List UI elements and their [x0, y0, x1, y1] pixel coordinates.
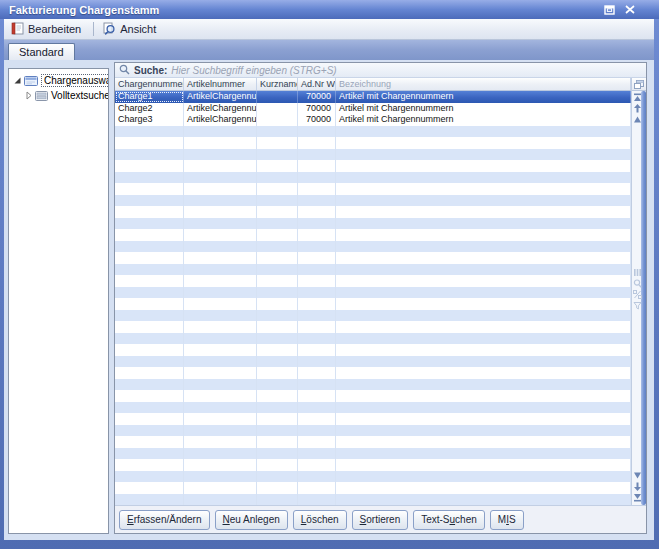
scroll-page-down-icon[interactable] [633, 482, 642, 491]
table-row-empty[interactable] [115, 494, 631, 506]
tree-item-chargenauswahl[interactable]: Chargenauswahl [9, 73, 108, 88]
button-neu-anlegen[interactable]: Neu Anlegen [215, 510, 288, 530]
grid-filter-icon[interactable] [633, 301, 642, 310]
column-header-artikelnummer[interactable]: Artikelnummer [184, 78, 257, 90]
scroll-last-icon[interactable] [633, 493, 642, 502]
grid-zoom-icon[interactable] [633, 279, 642, 288]
toolbar-ansicht[interactable]: Ansicht [98, 20, 164, 39]
table-row-empty[interactable] [115, 413, 631, 425]
table-row-empty[interactable] [115, 264, 631, 276]
table-row-empty[interactable] [115, 126, 631, 138]
cell-artikelnummer [184, 241, 257, 253]
batch-selection-icon [24, 76, 38, 86]
search-icon [119, 64, 130, 77]
table-row-empty[interactable] [115, 436, 631, 448]
button-mis[interactable]: MIS [490, 510, 524, 530]
scroll-page-up-icon[interactable] [633, 104, 642, 113]
scroll-first-icon[interactable] [633, 93, 642, 102]
cell-artikelnummer [184, 321, 257, 333]
main-panel: Suche: Hier Suchbegriff eingeben (STRG+S… [114, 62, 647, 534]
cell-kurzname [257, 402, 298, 414]
table-row-empty[interactable] [115, 287, 631, 299]
table-row[interactable]: Charge2ArtikelChargennumme70000Artikel m… [115, 103, 631, 115]
search-input[interactable]: Hier Suchbegriff eingeben (STRG+S) [171, 65, 336, 76]
table-row-empty[interactable] [115, 172, 631, 184]
grid-scale-icon[interactable] [633, 290, 642, 299]
table-row-empty[interactable] [115, 471, 631, 483]
titlebar: Fakturierung Chargenstamm [0, 0, 659, 19]
grid-side-strip [631, 78, 646, 505]
scroll-up-icon[interactable] [633, 115, 642, 124]
cell-bezeichnung [336, 425, 631, 437]
button-erfassen-ändern[interactable]: Erfassen/Ändern [119, 510, 210, 530]
content-area: Chargenauswahl Volltextsuche Suche: H [4, 60, 654, 540]
table-row-empty[interactable] [115, 402, 631, 414]
cell-adnr-we: 70000 [298, 103, 336, 115]
toolbar-bearbeiten[interactable]: Bearbeiten [7, 20, 89, 39]
cell-bezeichnung [336, 459, 631, 471]
tree-expanded-icon[interactable] [14, 77, 21, 84]
button-text-suchen[interactable]: Text-Suchen [413, 510, 485, 530]
column-header-bezeichnung[interactable]: Bezeichnung [336, 78, 631, 90]
button-sortieren[interactable]: Sortieren [352, 510, 409, 530]
table-row-empty[interactable] [115, 149, 631, 161]
restore-icon[interactable] [602, 3, 617, 16]
tree-item-volltextsuche[interactable]: Volltextsuche [9, 88, 108, 103]
table-row-empty[interactable] [115, 252, 631, 264]
table-row-empty[interactable] [115, 321, 631, 333]
cell-kurzname [257, 91, 298, 103]
cell-kurzname [257, 436, 298, 448]
table-row-empty[interactable] [115, 459, 631, 471]
tree-item-label[interactable]: Volltextsuche [51, 90, 109, 101]
cell-bezeichnung [336, 333, 631, 345]
cell-chargennummer [115, 137, 184, 149]
cell-chargennummer [115, 160, 184, 172]
close-icon[interactable] [622, 3, 637, 16]
table-row-empty[interactable] [115, 229, 631, 241]
table-row-empty[interactable] [115, 218, 631, 230]
table-row-empty[interactable] [115, 195, 631, 207]
table-row-empty[interactable] [115, 298, 631, 310]
table-row-empty[interactable] [115, 448, 631, 460]
tree-item-label[interactable]: Chargenauswahl [41, 74, 109, 87]
table-row-empty[interactable] [115, 482, 631, 494]
column-header-chargennummer[interactable]: Chargennummer▼ [115, 78, 184, 90]
cell-artikelnummer [184, 298, 257, 310]
table-row-empty[interactable] [115, 333, 631, 345]
table-row-empty[interactable] [115, 344, 631, 356]
table-row-empty[interactable] [115, 241, 631, 253]
tree-collapsed-icon[interactable] [26, 91, 32, 100]
table-row-empty[interactable] [115, 183, 631, 195]
cell-chargennummer [115, 333, 184, 345]
table-row-empty[interactable] [115, 275, 631, 287]
cell-adnr-we [298, 172, 336, 184]
cell-bezeichnung [336, 482, 631, 494]
table-row-empty[interactable] [115, 367, 631, 379]
column-header-adnr-we[interactable]: Ad.Nr WE [298, 78, 336, 90]
cell-chargennummer: Charge3 [115, 114, 184, 126]
column-chooser-icon[interactable] [632, 78, 646, 91]
table-row-empty[interactable] [115, 356, 631, 368]
cell-artikelnummer [184, 287, 257, 299]
toolbar: Bearbeiten Ansicht [4, 19, 654, 40]
grid-details-icon[interactable] [633, 268, 642, 277]
cell-chargennummer [115, 252, 184, 264]
table-row-empty[interactable] [115, 425, 631, 437]
cell-bezeichnung [336, 137, 631, 149]
table-row[interactable]: Charge1ArtikelChargennumme70000Artikel m… [115, 91, 631, 103]
cell-adnr-we [298, 367, 336, 379]
table-row-empty[interactable] [115, 390, 631, 402]
tab-standard[interactable]: Standard [8, 43, 75, 60]
scroll-down-icon[interactable] [633, 471, 642, 480]
column-header-label: Chargennummer [118, 79, 184, 89]
column-header-kurzname[interactable]: Kurzname [257, 78, 298, 90]
table-row-empty[interactable] [115, 379, 631, 391]
table-row[interactable]: Charge3ArtikelChargennumme70000Artikel m… [115, 114, 631, 126]
table-row-empty[interactable] [115, 206, 631, 218]
table-row-empty[interactable] [115, 310, 631, 322]
table-row-empty[interactable] [115, 160, 631, 172]
cell-kurzname [257, 287, 298, 299]
button-löschen[interactable]: Löschen [293, 510, 347, 530]
cell-chargennummer [115, 126, 184, 138]
table-row-empty[interactable] [115, 137, 631, 149]
